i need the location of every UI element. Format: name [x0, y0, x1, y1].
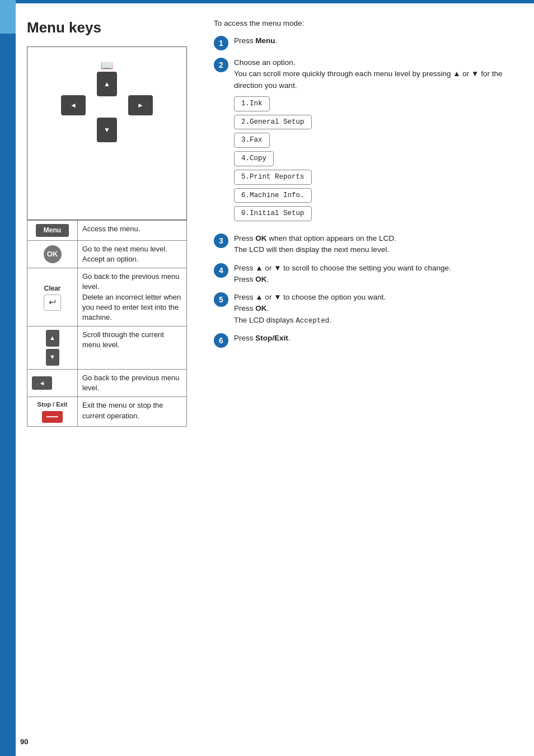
menu-option-4: 4.Copy: [234, 151, 274, 166]
step3-sub: The LCD will then display the next menu …: [234, 245, 389, 254]
step-circle-5: 5: [214, 292, 228, 307]
key-cell-ok: OK: [27, 240, 78, 268]
step-content-5: Press ▲ or ▼ to choose the option you wa…: [234, 292, 523, 326]
step-content-2: Choose an option. You can scroll more qu…: [234, 57, 523, 226]
sidebar-stripe: [0, 0, 16, 756]
book-icon: 📖: [101, 59, 113, 72]
table-row: Clear ↩ Go back to the previous menu lev…: [27, 268, 187, 326]
key-diagram: 📖 ▲ 🔇 🔊 ◄ ► ▼: [27, 46, 187, 220]
nav-keys-diagram: 📖 ▲ 🔇 🔊 ◄ ► ▼: [57, 57, 157, 152]
table-row: ▲ ▼ Scroll through the current menu leve…: [27, 326, 187, 370]
page-title: Menu keys: [27, 19, 200, 36]
key-cell-left: ◄: [27, 370, 78, 397]
step-item-4: 4 Press ▲ or ▼ to scroll to choose the s…: [214, 263, 523, 286]
ok-bold-5: OK: [255, 304, 266, 312]
stop-exit-bold-6: Stop/Exit: [255, 334, 288, 342]
step5-sub: The LCD displays Accepted.: [234, 316, 331, 324]
step-item-3: 3 Press OK when that option appears on t…: [214, 233, 523, 256]
clear-key-button: ↩: [44, 295, 61, 310]
key-desc-menu: Access the menu.: [78, 221, 187, 241]
nav-down-button: ▼: [97, 118, 117, 142]
nav-up-button: ▲: [97, 72, 117, 96]
left-column: Menu keys 📖 ▲ 🔇 🔊 ◄ ►: [27, 11, 200, 734]
nav-left-button: ◄: [61, 95, 86, 115]
table-row: Stop / Exit ━━━ Exit the menu or stop th…: [27, 397, 187, 427]
menu-option-2: 2.General Setup: [234, 115, 312, 130]
key-table: Menu Access the menu. OK Go to the next …: [27, 220, 187, 427]
down-arrow-icon: ▼: [104, 126, 110, 134]
menu-bold-1: Menu: [255, 36, 275, 45]
back-arrow-icon: ↩: [49, 297, 56, 307]
right-arrow-icon: ►: [137, 101, 144, 109]
sidebar-top-accent: [0, 0, 16, 34]
step4-main: Press ▲ or ▼ to scroll to choose the set…: [234, 264, 451, 272]
step-item-2: 2 Choose an option. You can scroll more …: [214, 57, 523, 226]
nav-right-button: ►: [128, 95, 153, 115]
step-content-3: Press OK when that option appears on the…: [234, 233, 523, 256]
stop-lines-icon: ━━━: [46, 413, 58, 420]
key-cell-stop: Stop / Exit ━━━: [27, 397, 78, 427]
step-item-5: 5 Press ▲ or ▼ to choose the option you …: [214, 292, 523, 326]
step-content-4: Press ▲ or ▼ to scroll to choose the set…: [234, 263, 523, 286]
key-desc-ok: Go to the next menu level.Accept an opti…: [78, 240, 187, 268]
key-cell-menu: Menu: [27, 221, 78, 241]
clear-label: Clear: [32, 284, 73, 293]
key-cell-clear: Clear ↩: [27, 268, 78, 326]
step5-main: Press ▲ or ▼ to choose the option you wa…: [234, 293, 386, 301]
menu-option-1: 1.Ink: [234, 96, 270, 111]
ok-bold-4: OK: [255, 275, 266, 283]
table-row: Menu Access the menu.: [27, 221, 187, 241]
up-arrow-icon: ▲: [104, 80, 110, 88]
top-line: [16, 0, 534, 3]
page-content: Menu keys 📖 ▲ 🔇 🔊 ◄ ►: [27, 11, 523, 734]
stop-exit-key-button: ━━━: [42, 411, 63, 423]
up-nav-key: ▲: [46, 330, 59, 347]
menu-option-5: 5.Print Reports: [234, 170, 312, 185]
menu-option-3: 3.Fax: [234, 133, 270, 148]
intro-text: To access the menu mode:: [214, 19, 523, 27]
menu-options-list: 1.Ink 2.General Setup 3.Fax 4.Copy 5.Pri…: [234, 95, 523, 223]
key-desc-stop: Exit the menu or stop the current operat…: [78, 397, 187, 427]
stop-exit-label: Stop / Exit: [32, 400, 73, 409]
left-nav-key: ◄: [32, 376, 52, 390]
left-arrow-icon: ◄: [70, 101, 77, 109]
page-number: 90: [20, 738, 28, 746]
step2-sub: You can scroll more quickly through each…: [234, 69, 502, 89]
down-nav-key: ▼: [46, 349, 59, 366]
table-row: OK Go to the next menu level.Accept an o…: [27, 240, 187, 268]
key-cell-updown: ▲ ▼: [27, 326, 78, 370]
step-content-1: Press Menu.: [234, 35, 523, 46]
step2-main: Choose an option.: [234, 58, 296, 67]
menu-key-button: Menu: [36, 224, 69, 237]
step-circle-3: 3: [214, 234, 228, 248]
step-circle-4: 4: [214, 263, 228, 278]
key-desc-clear: Go back to the previous menu level.Delet…: [78, 268, 187, 326]
key-desc-left: Go back to the previous menu level.: [78, 370, 187, 397]
step-circle-1: 1: [214, 36, 228, 50]
key-desc-updown: Scroll through the current menu level.: [78, 326, 187, 370]
right-column: To access the menu mode: 1 Press Menu. 2…: [214, 11, 523, 734]
step-item-6: 6 Press Stop/Exit.: [214, 333, 523, 348]
step-circle-2: 2: [214, 58, 228, 72]
step-item-1: 1 Press Menu.: [214, 35, 523, 50]
table-row: ◄ Go back to the previous menu level.: [27, 370, 187, 397]
ok-key-button: OK: [44, 245, 62, 263]
step-circle-6: 6: [214, 333, 228, 348]
step-content-6: Press Stop/Exit.: [234, 333, 523, 344]
menu-option-0: 0.Initial Setup: [234, 206, 312, 221]
ok-bold-3: OK: [255, 234, 266, 242]
menu-option-6: 6.Machine Info.: [234, 188, 312, 203]
accepted-text: Accepted: [296, 317, 329, 325]
steps-list: 1 Press Menu. 2 Choose an option. You ca…: [214, 35, 523, 348]
